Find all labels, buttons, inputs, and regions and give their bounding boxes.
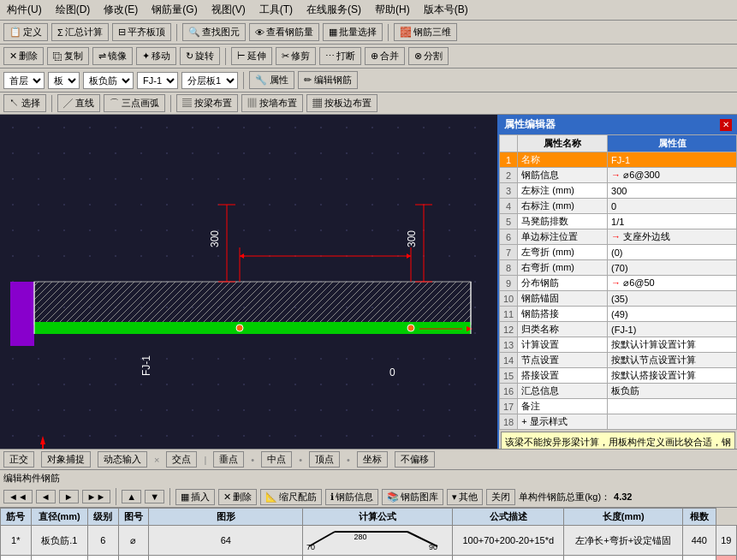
btn-find[interactable]: 🔍 查找图元: [182, 23, 246, 41]
btn-view-rebar[interactable]: 👁 查看钢筋量: [249, 23, 319, 41]
btn-vertex[interactable]: 顶点: [309, 451, 340, 468]
props-row-value-11[interactable]: (FJ-1): [608, 322, 737, 337]
menu-item-8[interactable]: 版本号(B): [420, 2, 472, 18]
btn-flatten[interactable]: ⊟ 平齐板顶: [112, 23, 171, 41]
canvas-area[interactable]: 300 300 FJ-1 0 1 2: [0, 115, 497, 449]
rebar-row-0[interactable]: 1*板负筋.16⌀64 70 280 90 100+70+200-20+15*d…: [1, 526, 737, 556]
menu-item-0[interactable]: 构件(U): [3, 2, 45, 18]
rebar-type-select[interactable]: 板负筋: [83, 72, 134, 89]
btn-arc[interactable]: ⌒ 三点画弧: [104, 94, 165, 112]
props-row-value-1[interactable]: → ⌀6@300: [608, 168, 737, 183]
props-row-value-12[interactable]: 按默认计算设置计算: [608, 337, 737, 353]
menu-item-6[interactable]: 在线服务(S): [303, 2, 365, 18]
btn-scale-rebar[interactable]: 📐 缩尺配筋: [260, 489, 322, 505]
btn-nav-prev[interactable]: ◄: [36, 490, 56, 503]
btn-rebar-lib[interactable]: 📚 钢筋图库: [382, 489, 443, 505]
menu-item-5[interactable]: 工具(T): [256, 2, 296, 18]
btn-props[interactable]: 🔧 属性: [249, 71, 294, 89]
sep2: [388, 24, 389, 41]
props-row-value-7[interactable]: (70): [608, 260, 737, 276]
btn-nav-up[interactable]: ▲: [122, 490, 141, 503]
comment-box: 该梁不能按异形梁计算，用板构件定义画比较合适，钢筋都会跟踪计算: [501, 432, 735, 449]
menu-item-4[interactable]: 视图(V): [208, 2, 249, 18]
btn-calc[interactable]: Σ 汇总计算: [51, 23, 109, 41]
arrow-icon: →: [611, 231, 623, 241]
btn-nav-last[interactable]: ►►: [82, 490, 111, 503]
btn-line[interactable]: ╱ 直线: [57, 94, 100, 112]
status-bar: 正交 对象捕捉 动态输入 × 交点 | 垂点 • 中点 • 顶点 • 坐标 不偏…: [0, 449, 737, 469]
props-row-value-17[interactable]: [608, 414, 737, 430]
btn-3d[interactable]: 🧱 钢筋三维: [394, 23, 457, 41]
th-id: 筋号: [1, 509, 32, 526]
props-row-value-6[interactable]: (0): [608, 245, 737, 260]
props-row-value-15[interactable]: 板负筋: [608, 384, 737, 399]
btn-rotate[interactable]: ↻ 旋转: [180, 47, 220, 65]
props-row-value-4[interactable]: 1/1: [608, 214, 737, 229]
layer-select[interactable]: 首层: [3, 72, 45, 89]
btn-select[interactable]: ↖ 选择: [3, 94, 46, 112]
props-close-btn[interactable]: ✕: [720, 119, 732, 131]
props-row-value-10[interactable]: (49): [608, 307, 737, 322]
btn-dynin[interactable]: 动态输入: [98, 451, 147, 468]
btn-break[interactable]: ⋯ 打断: [319, 47, 361, 65]
btn-snap[interactable]: 对象捕捉: [41, 451, 91, 468]
menu-item-2[interactable]: 修改(E): [100, 2, 141, 18]
btn-trim[interactable]: ✂ 修剪: [276, 47, 316, 65]
btn-rebar-info[interactable]: ℹ 钢筋信息: [325, 489, 378, 505]
rebar-row-1[interactable]: 2分布筋.16⌀1 5550 5600-25-25净长-起步-起步55502: [1, 556, 737, 561]
btn-merge[interactable]: ⊕ 合并: [365, 47, 405, 65]
btn-place-wall[interactable]: ▥ 按墙布置: [241, 94, 303, 112]
btn-edit-rebar[interactable]: ✏ 编辑钢筋: [298, 71, 358, 89]
btn-insert-rebar[interactable]: ▦ 插入: [175, 489, 215, 505]
btn-extend[interactable]: ⊢ 延伸: [231, 47, 272, 65]
btn-split[interactable]: ⊗ 分割: [408, 47, 449, 65]
props-row-value-14[interactable]: 按默认搭接设置计算: [608, 368, 737, 384]
btn-mid[interactable]: 中点: [261, 451, 292, 468]
btn-perp[interactable]: 垂点: [213, 451, 244, 468]
rebar-cell-desc-1: 净长-起步-起步: [564, 556, 683, 561]
btn-nav-next[interactable]: ►: [59, 490, 79, 503]
props-row-value-2[interactable]: 300: [608, 183, 737, 199]
btn-coord[interactable]: 坐标: [357, 451, 388, 468]
btn-nooffset[interactable]: 不偏移: [395, 451, 435, 468]
drawing-canvas: 300 300 FJ-1 0 1 2: [0, 115, 497, 449]
layer-num-select[interactable]: 分层板1: [181, 72, 238, 89]
props-row-value-3[interactable]: 0: [608, 199, 737, 214]
props-row-value-5[interactable]: → 支座外边线: [608, 229, 737, 245]
type-select[interactable]: 板: [48, 72, 80, 89]
btn-move[interactable]: ✦ 移动: [136, 47, 176, 65]
rebar-id-select[interactable]: FJ-1: [137, 72, 178, 89]
btn-delete[interactable]: ✕ 删除: [3, 47, 44, 65]
btn-batch-select[interactable]: ▦ 批量选择: [323, 23, 383, 41]
btn-copy[interactable]: ⿻ 复制: [47, 47, 89, 65]
props-row-value-8[interactable]: → ⌀6@50: [608, 276, 737, 291]
props-row-value-13[interactable]: 按默认节点设置计算: [608, 353, 737, 368]
menu-item-1[interactable]: 绘图(D): [52, 2, 94, 18]
btn-nav-down[interactable]: ▼: [145, 490, 164, 503]
props-row-num-13: 14: [500, 353, 518, 368]
props-row-value-0[interactable]: FJ-1: [608, 152, 737, 168]
props-row-value-9[interactable]: (35): [608, 291, 737, 307]
th-shape: 图形: [149, 509, 303, 526]
menu-item-7[interactable]: 帮助(H): [371, 2, 413, 18]
props-row-value-16[interactable]: [608, 399, 737, 414]
menu-item-3[interactable]: 钢筋量(G): [148, 2, 200, 18]
props-row-name-16: 备注: [518, 399, 608, 414]
btn-delete-rebar[interactable]: ✕ 删除: [218, 489, 257, 505]
th-formula: 计算公式: [303, 509, 453, 526]
btn-intersect[interactable]: 交点: [166, 451, 197, 468]
th-desc: 公式描述: [453, 509, 564, 526]
props-row-num-3: 4: [500, 199, 518, 214]
weight-value: 4.32: [614, 491, 632, 502]
th-length: 长度(mm): [564, 509, 683, 526]
btn-nav-first[interactable]: ◄◄: [3, 490, 33, 503]
btn-ortho[interactable]: 正交: [3, 451, 34, 468]
btn-other[interactable]: ▾ 其他: [447, 489, 483, 505]
btn-mirror[interactable]: ⇌ 镜像: [92, 47, 133, 65]
btn-place-beam[interactable]: ▤ 按梁布置: [176, 94, 238, 112]
btn-close-rebar[interactable]: 关闭: [486, 489, 515, 505]
btn-define[interactable]: 📋 定义: [3, 23, 48, 41]
btn-place-edge[interactable]: ▦ 按板边布置: [306, 94, 377, 112]
place-wall-icon: ▥: [247, 98, 257, 108]
props-row-name-11: 归类名称: [518, 322, 608, 337]
